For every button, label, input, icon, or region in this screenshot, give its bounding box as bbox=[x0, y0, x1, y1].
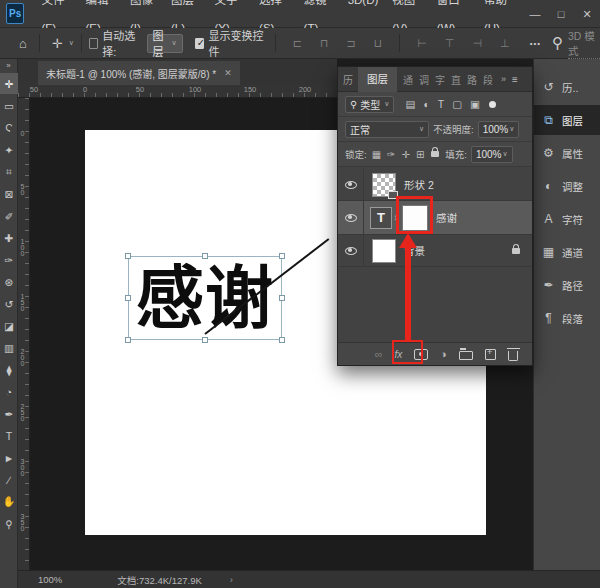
text-layer-thumbnail[interactable]: T bbox=[370, 207, 392, 229]
filter-pixel-layers-icon[interactable]: ▤ bbox=[402, 98, 418, 110]
lock-artboard-icon[interactable]: ⊞ bbox=[415, 149, 425, 160]
align-horizontal-centers-icon[interactable]: ⊓ bbox=[314, 37, 335, 50]
more-options-icon[interactable]: ••• bbox=[530, 39, 541, 48]
delete-layer-icon[interactable] bbox=[508, 351, 518, 361]
panel-tab[interactable]: 字 bbox=[433, 72, 447, 87]
chevron-down-icon[interactable]: ∨ bbox=[69, 39, 74, 47]
layer-name[interactable]: 形状 2 bbox=[404, 177, 434, 192]
zoom-level[interactable]: 100% bbox=[38, 574, 62, 585]
history-brush-tool[interactable]: ↺ bbox=[0, 293, 18, 314]
tab-history[interactable]: 历 bbox=[338, 72, 358, 87]
pen-tool[interactable]: ✒ bbox=[0, 403, 18, 424]
eyedropper-tool[interactable]: ✐ bbox=[0, 205, 18, 226]
distribute-centers-icon[interactable]: ⊤ bbox=[439, 37, 461, 50]
healing-brush-tool[interactable]: ✚ bbox=[0, 227, 18, 248]
dock-character[interactable]: A 字符 bbox=[534, 204, 600, 234]
transform-bounding-box[interactable] bbox=[128, 256, 282, 340]
layer-thumbnail[interactable] bbox=[372, 173, 396, 197]
panel-tab[interactable]: 路 bbox=[465, 72, 479, 87]
opacity-dropdown[interactable]: 100% ∨ bbox=[478, 121, 520, 138]
panel-tab[interactable]: 调 bbox=[417, 72, 431, 87]
auto-select-dropdown[interactable]: 图层 ∨ bbox=[147, 34, 183, 53]
dock-history[interactable]: ↺ 历.. bbox=[534, 72, 600, 102]
quick-selection-tool[interactable]: ✦ bbox=[0, 139, 18, 160]
blur-tool[interactable]: ⧫ bbox=[0, 359, 18, 380]
distribute-vertical-icon[interactable]: ⊥ bbox=[494, 37, 516, 50]
blend-mode-dropdown[interactable]: 正常 ∨ bbox=[345, 121, 429, 138]
overflow-icon[interactable]: » bbox=[501, 74, 506, 84]
crop-tool[interactable]: ⌗ bbox=[0, 161, 18, 182]
dodge-tool[interactable]: ◔ bbox=[0, 381, 18, 402]
filter-type-layers-icon[interactable]: T bbox=[435, 98, 447, 110]
dock-paths[interactable]: ✒ 路径 bbox=[534, 270, 600, 300]
layer-thumbnail[interactable] bbox=[372, 239, 396, 263]
adjustment-layer-icon[interactable]: ◑ bbox=[440, 348, 447, 360]
dock-paragraph[interactable]: ¶ 段落 bbox=[534, 303, 600, 333]
new-group-icon[interactable] bbox=[459, 351, 473, 360]
transform-handle[interactable] bbox=[125, 295, 131, 301]
distribute-left-icon[interactable]: ⊢ bbox=[411, 37, 433, 50]
transform-handle[interactable] bbox=[279, 295, 285, 301]
frame-tool[interactable]: ⊠ bbox=[0, 183, 18, 204]
lock-transparency-icon[interactable]: ▦ bbox=[371, 149, 382, 160]
distribute-right-icon[interactable]: ⊣ bbox=[466, 37, 488, 50]
transform-handle[interactable] bbox=[125, 337, 131, 343]
transform-handle[interactable] bbox=[125, 253, 131, 259]
status-expand-icon[interactable]: › bbox=[230, 574, 233, 585]
move-tool-icon[interactable]: ✛ bbox=[47, 36, 68, 51]
zoom-tool[interactable]: ⚲ bbox=[0, 513, 18, 534]
visibility-eye-icon[interactable] bbox=[345, 214, 357, 222]
panel-tab[interactable]: 通 bbox=[401, 72, 415, 87]
transform-handle[interactable] bbox=[279, 337, 285, 343]
home-icon[interactable]: ⌂ bbox=[14, 36, 32, 51]
auto-select-checkbox[interactable] bbox=[89, 38, 99, 49]
align-bottom-edges-icon[interactable]: ⊔ bbox=[368, 37, 389, 50]
lock-all-icon[interactable] bbox=[431, 151, 439, 157]
panel-tab[interactable]: 直 bbox=[449, 72, 463, 87]
panel-menu-icon[interactable]: ≡ bbox=[512, 74, 524, 85]
close-button[interactable]: ✕ bbox=[574, 0, 600, 28]
dock-layers[interactable]: ⧉ 图层 bbox=[534, 105, 600, 135]
panel-tab[interactable]: 段 bbox=[481, 72, 495, 87]
lasso-tool[interactable]: Ϛ bbox=[0, 117, 18, 138]
new-layer-icon[interactable] bbox=[485, 349, 496, 360]
transform-handle[interactable] bbox=[202, 253, 208, 259]
filter-type-dropdown[interactable]: ⚲ 类型 ∨ bbox=[345, 96, 394, 113]
maximize-button[interactable]: □ bbox=[548, 0, 574, 28]
lock-position-icon[interactable]: ✛ bbox=[400, 149, 410, 160]
layer-name[interactable]: 感谢 bbox=[436, 210, 457, 225]
filter-adjustment-layers-icon[interactable]: ◐ bbox=[420, 98, 432, 110]
search-icon[interactable]: ⚲ bbox=[547, 34, 568, 52]
close-tab-icon[interactable]: ✕ bbox=[224, 68, 232, 78]
collapse-toolbar-icon[interactable]: » bbox=[0, 59, 17, 72]
align-right-edges-icon[interactable]: ⊐ bbox=[341, 37, 362, 50]
link-layers-icon[interactable]: ∞ bbox=[375, 348, 383, 360]
filter-smart-objects-icon[interactable]: ▣ bbox=[467, 98, 483, 110]
transform-handle[interactable] bbox=[279, 253, 285, 259]
dock-properties[interactable]: ⚙ 属性 bbox=[534, 138, 600, 168]
align-left-edges-icon[interactable]: ⊏ bbox=[287, 37, 308, 50]
marquee-tool[interactable]: ▭ bbox=[0, 95, 18, 116]
brush-tool[interactable]: ✑ bbox=[0, 249, 18, 270]
fill-dropdown[interactable]: 100% ∨ bbox=[471, 146, 513, 163]
clone-stamp-tool[interactable]: ⊛ bbox=[0, 271, 18, 292]
layer-row-shape2[interactable]: 形状 2 bbox=[338, 169, 532, 201]
eraser-tool[interactable]: ◪ bbox=[0, 315, 18, 336]
move-tool[interactable]: ✛ bbox=[0, 73, 18, 94]
filter-shape-layers-icon[interactable]: ▢ bbox=[449, 98, 465, 110]
visibility-eye-icon[interactable] bbox=[345, 247, 357, 255]
tab-layers[interactable]: 图层 bbox=[358, 67, 397, 92]
visibility-eye-icon[interactable] bbox=[345, 181, 357, 189]
line-tool[interactable]: ∕ bbox=[0, 469, 18, 490]
dock-adjustments[interactable]: ◐ 调整 bbox=[534, 171, 600, 201]
layer-row-text[interactable]: T ∞ 感谢 bbox=[338, 201, 532, 235]
gradient-tool[interactable]: ▥ bbox=[0, 337, 18, 358]
layer-row-background[interactable]: 背景 bbox=[338, 235, 532, 267]
transform-handle[interactable] bbox=[202, 337, 208, 343]
show-transform-checkbox[interactable] bbox=[195, 38, 205, 49]
lock-pixels-icon[interactable]: ✑ bbox=[386, 149, 396, 160]
hand-tool[interactable]: ✋ bbox=[0, 491, 18, 512]
filter-toggle-icon[interactable] bbox=[489, 101, 496, 108]
minimize-button[interactable]: — bbox=[522, 0, 548, 28]
document-tab[interactable]: 未标题-1 @ 100% (感谢, 图层蒙版/8) * ✕ bbox=[38, 61, 240, 85]
